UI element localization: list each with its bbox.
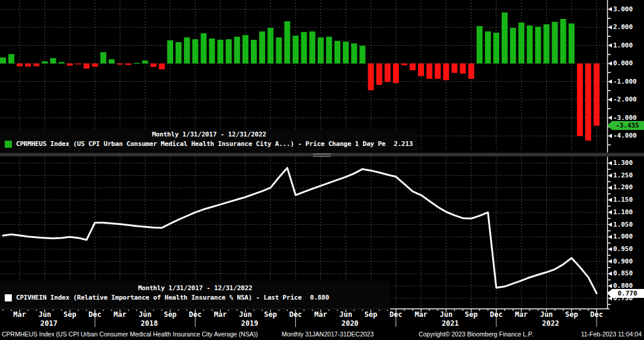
bloomberg-chart-window: 3.0002.0001.0000.000-1.000-2.000-3.000-4… [0, 0, 644, 340]
bottom-panel-period-title: Monthly 1/31/2017 - 12/31/2022 [0, 284, 390, 293]
bar-series-value: 2.213 [394, 139, 413, 149]
footer-bar: CPRMHEUS Index (US CPI Urban Consumer Me… [0, 329, 644, 340]
footer-date-range: Monthly 31JAN2017-31DEC2023 [282, 329, 374, 339]
divider-drag-handle-icon[interactable] [313, 154, 331, 157]
line-series-swatch-icon [5, 294, 12, 301]
bottom-panel-legend[interactable]: Monthly 1/31/2017 - 12/31/2022 CPIVHEIN … [0, 281, 390, 310]
footer-timestamp: 11-Feb-2023 11:04:04 [581, 329, 642, 339]
top-panel-period-title: Monthly 1/31/2017 - 12/31/2022 [0, 130, 418, 139]
chart-plot-area[interactable] [0, 0, 644, 329]
line-series-value: 0.880 [310, 293, 329, 303]
bar-series-label: CPRMHEUS Index (US CPI Urban Consumer Me… [16, 139, 385, 149]
footer-ticker-description: CPRMHEUS Index (US CPI Urban Consumer Me… [2, 329, 258, 339]
line-series-label: CPIVHEIN Index (Relative Importance of H… [16, 293, 302, 303]
last-value-tag-top: -3.435 [607, 121, 644, 130]
footer-copyright: Copyright© 2023 Bloomberg Finance L.P. [388, 329, 563, 339]
panel-resize-divider[interactable] [0, 152, 644, 157]
bar-series-swatch-icon [5, 141, 12, 148]
last-value-tag-bottom: 0.770 [607, 289, 644, 298]
top-panel-legend[interactable]: Monthly 1/31/2017 - 12/31/2022 CPRMHEUS … [0, 129, 418, 151]
